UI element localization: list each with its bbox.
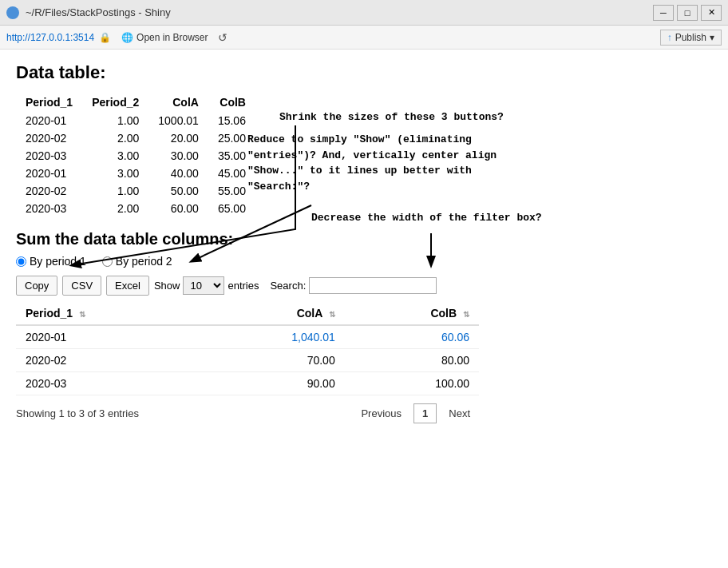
table-row: 2020-01 1,040.01 60.06	[16, 325, 479, 349]
radio-period1-label: By period 1	[30, 255, 86, 268]
sort-icon-cola: ⇅	[329, 310, 335, 319]
sum-section: Sum the data table columns: By period 1 …	[16, 230, 712, 423]
data-table-title: Data table:	[16, 62, 712, 83]
previous-button[interactable]: Previous	[352, 403, 410, 423]
page-1-button[interactable]: 1	[413, 403, 437, 423]
cell-colb: 45.00	[208, 165, 255, 182]
cell-cola: 1000.01	[148, 112, 208, 129]
show-label: Show	[154, 280, 180, 292]
cell-period1: 2020-03	[16, 200, 82, 217]
cell-period2: 2.00	[82, 200, 148, 217]
col-header-period1: Period_1	[16, 93, 82, 112]
publish-button[interactable]: ↑ Publish ▾	[660, 30, 722, 46]
search-input[interactable]	[309, 277, 437, 294]
col-header-colb: ColB	[208, 93, 255, 112]
minimize-button[interactable]: ─	[653, 5, 674, 21]
cell-colb: 15.06	[208, 112, 255, 129]
summary-cell-period1: 2020-01	[16, 325, 200, 349]
next-button[interactable]: Next	[440, 403, 479, 423]
cell-period1: 2020-02	[16, 182, 82, 200]
sort-icon-period1: ⇅	[79, 310, 85, 319]
cell-cola: 50.00	[148, 182, 208, 200]
app-icon	[6, 6, 19, 19]
data-table-header-row: Period_1 Period_2 ColA ColB	[16, 93, 255, 112]
close-button[interactable]: ✕	[701, 5, 722, 21]
col-header-period2: Period_2	[82, 93, 148, 112]
publish-label: Publish	[675, 32, 706, 43]
radio-period2-label: By period 2	[116, 255, 172, 268]
dt-footer: Showing 1 to 3 of 3 entries Previous 1 N…	[16, 403, 479, 423]
summary-cell-colb: 80.00	[345, 349, 479, 372]
cell-colb: 35.00	[208, 147, 255, 165]
search-box: Search:	[270, 277, 437, 294]
cell-colb: 25.00	[208, 129, 255, 147]
sort-icon-colb: ⇅	[463, 310, 469, 319]
cell-cola: 30.00	[148, 147, 208, 165]
cell-period1: 2020-03	[16, 147, 82, 165]
summary-cell-period1: 2020-02	[16, 349, 200, 372]
footer-info: Showing 1 to 3 of 3 entries	[16, 407, 139, 419]
lock-icon: 🔒	[99, 32, 111, 43]
csv-button[interactable]: CSV	[62, 276, 101, 296]
summary-cell-colb: 100.00	[345, 372, 479, 395]
summary-cell-colb: 60.06	[345, 325, 479, 349]
cell-period2: 1.00	[82, 112, 148, 129]
table-row: 2020-03 2.00 60.00 65.00	[16, 200, 255, 217]
radio-group: By period 1 By period 2	[16, 255, 712, 268]
radio-by-period2[interactable]: By period 2	[102, 255, 172, 268]
radio-by-period1[interactable]: By period 1	[16, 255, 86, 268]
title-bar-controls: ─ □ ✕	[653, 5, 722, 21]
entries-label: entries	[228, 280, 259, 292]
table-row: 2020-01 3.00 40.00 45.00	[16, 165, 255, 182]
summary-cell-cola: 70.00	[200, 349, 345, 372]
maximize-button[interactable]: □	[677, 5, 698, 21]
cell-period1: 2020-02	[16, 129, 82, 147]
url-display: http://127.0.0.1:3514	[6, 32, 94, 43]
radio-period1-input[interactable]	[16, 256, 26, 267]
open-browser-label: Open in Browser	[136, 32, 208, 43]
cell-cola: 60.00	[148, 200, 208, 217]
address-bar: http://127.0.0.1:3514 🔒 🌐 Open in Browse…	[0, 26, 728, 50]
cell-period1: 2020-01	[16, 165, 82, 182]
cell-period2: 3.00	[82, 147, 148, 165]
pagination-controls: Previous 1 Next	[352, 403, 479, 423]
summary-col-cola[interactable]: ColA ⇅	[200, 302, 345, 325]
table-row: 2020-01 1.00 1000.01 15.06	[16, 112, 255, 129]
open-browser-button[interactable]: 🌐 Open in Browser	[116, 30, 213, 46]
cell-cola: 40.00	[148, 165, 208, 182]
table-row: 2020-02 70.00 80.00	[16, 349, 479, 372]
summary-col-period1[interactable]: Period_1 ⇅	[16, 302, 200, 325]
refresh-icon[interactable]: ↺	[218, 31, 228, 44]
show-entries-control: Show 10 25 50 100 entries	[154, 276, 259, 295]
table-row: 2020-02 1.00 50.00 55.00	[16, 182, 255, 200]
cell-colb: 55.00	[208, 182, 255, 200]
summary-cell-cola: 1,040.01	[200, 325, 345, 349]
excel-button[interactable]: Excel	[106, 276, 149, 296]
search-label: Search:	[270, 280, 306, 292]
sum-section-title: Sum the data table columns:	[16, 230, 712, 248]
radio-period2-input[interactable]	[102, 256, 113, 267]
summary-table-header-row: Period_1 ⇅ ColA ⇅ ColB ⇅	[16, 302, 479, 325]
publish-icon: ↑	[667, 32, 672, 43]
dt-controls-row: Copy CSV Excel Show 10 25 50 100 entries…	[16, 276, 712, 296]
app-content: Data table: Period_1 Period_2 ColA ColB …	[0, 50, 728, 568]
copy-button[interactable]: Copy	[16, 276, 57, 296]
show-entries-select[interactable]: 10 25 50 100	[183, 276, 224, 295]
title-bar: ~/R/Files/StackPostings - Shiny ─ □ ✕	[0, 0, 728, 26]
table-row: 2020-03 3.00 30.00 35.00	[16, 147, 255, 165]
cell-period2: 1.00	[82, 182, 148, 200]
summary-cell-period1: 2020-03	[16, 372, 200, 395]
col-header-cola: ColA	[148, 93, 208, 112]
summary-col-colb[interactable]: ColB ⇅	[345, 302, 479, 325]
summary-table: Period_1 ⇅ ColA ⇅ ColB ⇅ 2020-01 1,040.0…	[16, 302, 479, 395]
cell-period1: 2020-01	[16, 112, 82, 129]
title-bar-text: ~/R/Files/StackPostings - Shiny	[26, 6, 171, 18]
cell-colb: 65.00	[208, 200, 255, 217]
data-table: Period_1 Period_2 ColA ColB 2020-01 1.00…	[16, 93, 255, 217]
summary-cell-cola: 90.00	[200, 372, 345, 395]
table-row: 2020-03 90.00 100.00	[16, 372, 479, 395]
table-row: 2020-02 2.00 20.00 25.00	[16, 129, 255, 147]
publish-chevron-icon: ▾	[710, 32, 714, 43]
cell-period2: 3.00	[82, 165, 148, 182]
cell-cola: 20.00	[148, 129, 208, 147]
